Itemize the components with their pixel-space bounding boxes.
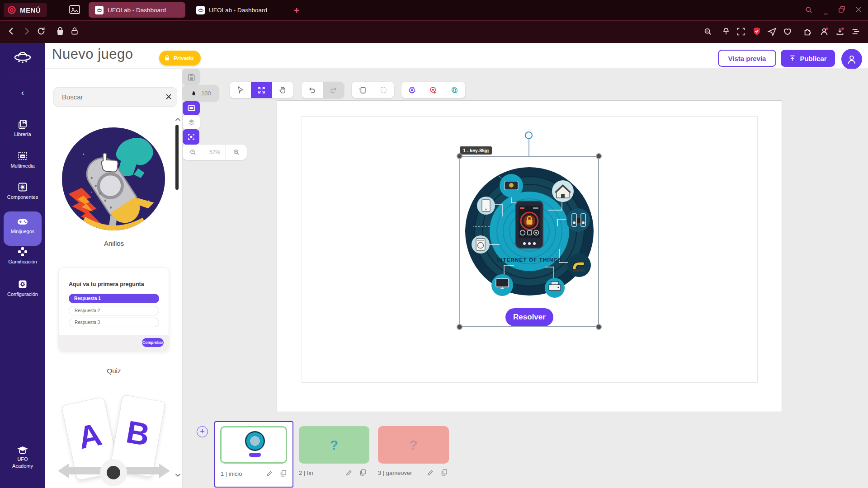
search-clear-icon[interactable] <box>164 92 173 101</box>
minigame-cards-thumbnail[interactable]: A B <box>45 393 183 488</box>
capture-icon[interactable] <box>736 27 746 37</box>
forward-icon[interactable] <box>21 26 32 37</box>
reload-icon[interactable] <box>36 26 46 36</box>
move-resize-tool-button[interactable] <box>251 82 272 98</box>
resize-handle-se[interactable] <box>596 324 602 330</box>
zoom-out-button[interactable] <box>183 145 204 160</box>
cursor-icon <box>236 86 245 94</box>
bring-forward-button[interactable] <box>352 82 373 98</box>
gamepad-icon <box>17 216 28 227</box>
publish-button[interactable]: Publicar <box>781 50 835 67</box>
pin-icon[interactable] <box>722 26 731 37</box>
panel-scrollbar[interactable] <box>175 125 179 190</box>
preview-button[interactable]: Vista previa <box>718 50 776 67</box>
window-search-icon[interactable] <box>804 5 813 14</box>
minigame-anillos-thumbnail[interactable] <box>61 126 166 232</box>
monitor-icon <box>187 104 196 112</box>
downloads-icon[interactable] <box>835 27 845 37</box>
profile-icon[interactable] <box>819 27 829 37</box>
slide-1-edit-icon[interactable] <box>266 470 273 477</box>
zoom-out-icon <box>189 148 197 156</box>
slide-1-thumbnail <box>220 426 287 464</box>
zoom-out-page-icon[interactable] <box>703 27 713 37</box>
lock-icon[interactable] <box>70 26 79 36</box>
back-icon[interactable] <box>6 26 17 37</box>
sidebar-item-configuracion[interactable]: Configuración <box>0 279 45 297</box>
link-rings-button[interactable] <box>444 82 465 98</box>
sidebar-item-minijuegos[interactable]: Minijuegos <box>0 216 45 234</box>
resolve-button-element[interactable]: Resolver <box>505 308 553 326</box>
slide-1-label: 1 | inicio <box>221 470 242 477</box>
pan-tool-button[interactable] <box>272 82 293 98</box>
layers-view-toggle[interactable] <box>183 115 200 129</box>
slide-2-edit-icon[interactable] <box>345 469 353 476</box>
sidebar-item-componentes[interactable]: Componentes <box>0 182 45 200</box>
sidebar-item-libreria[interactable]: Librería <box>0 119 45 137</box>
quiz-answer-2: Respuesta 2 <box>69 306 159 315</box>
zoom-in-button[interactable] <box>226 145 247 160</box>
slide-item-1[interactable]: 1 | inicio <box>214 421 293 488</box>
window-maximize-icon[interactable] <box>838 5 846 14</box>
window-minimize-icon[interactable] <box>823 9 830 16</box>
slide-1-duplicate-icon[interactable] <box>279 469 287 477</box>
history-group <box>302 82 344 98</box>
publish-label: Publicar <box>800 55 826 62</box>
undo-button[interactable] <box>302 82 323 98</box>
bag-icon[interactable] <box>55 26 65 37</box>
tab-title: UFOLab - Dashboard <box>108 7 166 14</box>
add-slide-button[interactable]: + <box>197 426 208 437</box>
slide-2-duplicate-icon[interactable] <box>359 469 367 476</box>
heart-icon[interactable] <box>783 27 793 37</box>
browser-menu-button[interactable]: MENÚ <box>4 3 47 17</box>
zoom-level[interactable]: 52% <box>204 145 226 160</box>
sidebar-item-gamificacion[interactable]: Gamificación <box>0 246 45 264</box>
main-sidebar: ‹ Librería Multimedia Componentes Miniju… <box>0 43 45 488</box>
slide-2-label: 2 | fin <box>299 469 313 476</box>
send-backward-button[interactable] <box>373 82 394 98</box>
iot-caption: INTERNET OF THINGS <box>497 257 562 263</box>
interaction-button[interactable] <box>423 82 444 98</box>
swipe-left-arrow-icon <box>55 461 105 481</box>
rotation-handle[interactable] <box>525 131 533 139</box>
rotation-line <box>528 139 529 156</box>
tab-active[interactable]: UFOLab - Dashboard <box>89 2 185 18</box>
user-avatar[interactable] <box>841 49 862 70</box>
search-input[interactable] <box>61 88 160 106</box>
slide-3-edit-icon[interactable] <box>427 469 434 476</box>
sidebar-item-label: Multimedia <box>0 163 45 169</box>
save-button[interactable] <box>183 69 200 85</box>
swipe-knob <box>107 466 120 479</box>
sidebar-item-multimedia[interactable]: Multimedia <box>0 150 45 169</box>
minigame-quiz-thumbnail[interactable]: Aquí va tu primera pregunta Respuesta 1 … <box>58 267 169 351</box>
tab-inactive[interactable]: UFOLab - Dashboard <box>190 2 280 18</box>
slide-item-3[interactable]: ? <box>378 426 449 464</box>
select-tool-button[interactable] <box>230 82 251 98</box>
sidebar-item-ufo-academy[interactable]: UFOAcademy <box>0 445 45 469</box>
collapse-sidebar-button[interactable]: ‹ <box>0 88 45 98</box>
share-icon[interactable] <box>767 27 777 37</box>
extensions-puzzle-icon[interactable] <box>803 27 813 37</box>
window-close-icon[interactable] <box>854 5 863 14</box>
resize-handle-nw[interactable] <box>457 153 462 159</box>
zoom-fit-button[interactable] <box>183 129 199 145</box>
redo-button[interactable] <box>323 82 344 98</box>
slide-3-duplicate-icon[interactable] <box>440 469 448 476</box>
slide-item-2[interactable]: ? <box>299 426 369 464</box>
rings-icon <box>450 86 459 94</box>
ufolab-logo[interactable] <box>13 47 33 66</box>
privacy-badge[interactable]: Privado <box>159 51 201 66</box>
shield-check-icon[interactable] <box>752 26 762 37</box>
opacity-control[interactable]: 100 <box>183 85 219 101</box>
scroll-up-icon[interactable] <box>175 117 181 122</box>
tab-tiling-icon[interactable] <box>69 5 80 14</box>
swipe-right-arrow-icon <box>123 461 173 481</box>
quiz-question: Aquí va tu primera pregunta <box>69 281 144 287</box>
slide-1-mini-iot <box>245 431 265 451</box>
new-tab-button[interactable]: + <box>294 5 299 16</box>
reading-list-icon[interactable] <box>851 27 861 37</box>
resize-handle-ne[interactable] <box>596 153 602 159</box>
screen-view-toggle[interactable] <box>183 101 200 115</box>
iot-image-element[interactable]: INTERNET OF THINGS <box>464 158 594 308</box>
element-settings-button[interactable] <box>401 82 423 98</box>
resize-handle-sw[interactable] <box>457 324 462 330</box>
